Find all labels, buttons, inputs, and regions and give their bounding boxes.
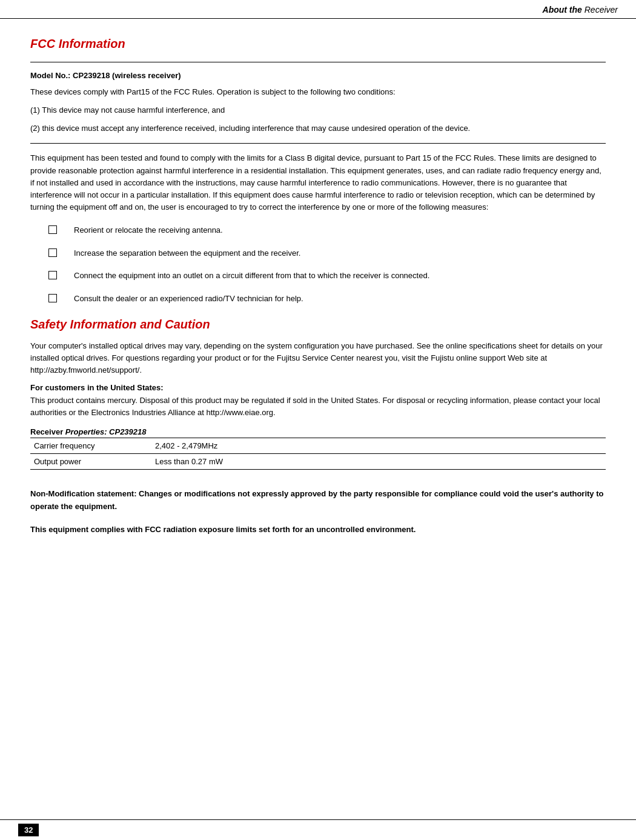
table-cell-label-1: Carrier frequency [30, 438, 151, 453]
fcc-para-1: These devices comply with Part15 of the … [30, 86, 606, 98]
page-footer: 32 [0, 819, 636, 840]
bullet-list: Reorient or relocate the receiving anten… [48, 224, 606, 304]
table-cell-label-2: Output power [30, 453, 151, 469]
page-container: About the Receiver FCC Information Model… [0, 0, 636, 840]
bullet-item-4: Consult the dealer or an experienced rad… [48, 293, 606, 305]
table-cell-value-1: 2,402 - 2,479MHz [151, 438, 606, 453]
receiver-props-italic: Properties: CP239218 [65, 427, 147, 436]
header-receiver: Receiver [585, 5, 618, 15]
table-cell-value-2: Less than 0.27 mW [151, 453, 606, 469]
checkbox-icon-1 [48, 225, 57, 234]
receiver-props-prefix: Receiver [30, 427, 65, 436]
fcc-para-4: This equipment has been tested and found… [30, 152, 606, 213]
safety-para-2: This product contains mercury. Disposal … [30, 395, 606, 419]
header-about: About the [543, 5, 582, 15]
props-table-body: Carrier frequency 2,402 - 2,479MHz Outpu… [30, 438, 606, 469]
main-content: FCC Information Model No.: CP239218 (wir… [0, 19, 636, 561]
divider-2 [30, 143, 606, 144]
bullet-item-2: Increase the separation between the equi… [48, 247, 606, 259]
checkbox-icon-3 [48, 271, 57, 279]
bullet-item-3: Connect the equipment into an outlet on … [48, 270, 606, 282]
bullet-item-1: Reorient or relocate the receiving anten… [48, 224, 606, 236]
model-number: Model No.: CP239218 (wireless receiver) [30, 71, 606, 80]
safety-section-title: Safety Information and Caution [30, 318, 606, 332]
fcc-section-title: FCC Information [30, 37, 606, 51]
receiver-props-label: Receiver Properties: CP239218 [30, 427, 606, 436]
fcc-para-2: (1) This device may not cause harmful in… [30, 104, 606, 116]
checkbox-icon-4 [48, 294, 57, 302]
safety-para-1: Your computer's installed optical drives… [30, 340, 606, 376]
non-modification-statement: Non-Modification statement: Changes or m… [30, 488, 606, 513]
table-row-2: Output power Less than 0.27 mW [30, 453, 606, 469]
bullet-text-3: Connect the equipment into an outlet on … [74, 270, 429, 282]
fcc-para-3: (2) this device must accept any interfer… [30, 122, 606, 135]
bullet-text-1: Reorient or relocate the receiving anten… [74, 224, 223, 236]
header-title: About the Receiver [543, 5, 618, 15]
bullet-text-4: Consult the dealer or an experienced rad… [74, 293, 303, 305]
table-row-1: Carrier frequency 2,402 - 2,479MHz [30, 438, 606, 453]
for-customers-label: For customers in the United States: [30, 383, 606, 392]
page-header: About the Receiver [0, 0, 636, 19]
bullet-text-2: Increase the separation between the equi… [74, 247, 300, 259]
properties-table: Carrier frequency 2,402 - 2,479MHz Outpu… [30, 438, 606, 470]
checkbox-icon-2 [48, 248, 57, 257]
divider-1 [30, 62, 606, 62]
fcc-radiation-statement: This equipment complies with FCC radiati… [30, 524, 606, 536]
page-number: 32 [18, 824, 39, 836]
